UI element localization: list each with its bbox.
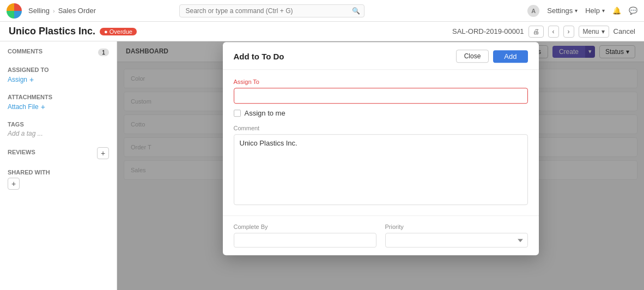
- complete-by-label: Complete By: [234, 223, 376, 230]
- help-button[interactable]: Help ▾: [585, 7, 605, 15]
- attachments-label: Attachments: [8, 94, 109, 100]
- modal-add-button[interactable]: Add: [493, 50, 527, 63]
- assign-me-row: Assign to me: [234, 109, 528, 117]
- shared-with-label: Shared With: [8, 169, 109, 176]
- assign-value: Assign +: [8, 75, 109, 84]
- complete-by-field: Complete By: [234, 223, 376, 247]
- sidebar-section-assigned-to: Assigned To Assign +: [8, 67, 109, 84]
- comments-row: Comments 1: [8, 48, 109, 57]
- priority-select-wrapper: Low Medium High: [385, 233, 528, 247]
- add-shared-button[interactable]: +: [8, 178, 20, 190]
- page-title: Unico Plastics Inc.: [9, 26, 95, 37]
- comments-label: Comments: [8, 48, 42, 55]
- add-todo-modal: Add to To Do Close Add Assign To Assign …: [223, 42, 539, 255]
- topnav: Selling › Sales Order 🔍 A Settings ▾ Hel…: [0, 0, 644, 22]
- search-icon: 🔍: [352, 7, 360, 15]
- subbar: Unico Plastics Inc. ● Overdue SAL-ORD-20…: [0, 22, 644, 41]
- assign-me-label: Assign to me: [245, 109, 285, 117]
- assigned-to-label: Assigned To: [8, 67, 109, 73]
- settings-caret-icon: ▾: [575, 8, 578, 14]
- notification-icon[interactable]: 🔔: [612, 7, 621, 15]
- search-bar: 🔍: [179, 4, 364, 17]
- comments-count: 1: [98, 49, 109, 56]
- modal-footer: Complete By Priority Low Medium High: [223, 215, 539, 255]
- shared-with-add: +: [8, 178, 109, 190]
- modal-header: Add to To Do Close Add: [223, 42, 539, 70]
- sidebar-section-comments: Comments 1: [8, 48, 109, 57]
- main-content: Comments 1 Assigned To Assign + Attachme…: [0, 41, 644, 290]
- menu-button[interactable]: Menu ▾: [579, 26, 609, 38]
- menu-caret-icon: ▾: [602, 28, 605, 35]
- priority-select[interactable]: Low Medium High: [385, 233, 528, 247]
- modal-title: Add to To Do: [234, 52, 284, 61]
- assign-me-checkbox[interactable]: [234, 110, 241, 117]
- avatar: A: [527, 5, 539, 17]
- reviews-label: Reviews: [8, 149, 35, 155]
- attach-file-value: Attach File +: [8, 102, 109, 111]
- add-review-button[interactable]: +: [97, 147, 109, 159]
- modal-body: Assign To Assign to me Comment: [223, 70, 539, 215]
- app-logo: [7, 3, 22, 19]
- doc-id: SAL-ORD-2019-00001: [452, 27, 524, 35]
- sidebar-section-tags: Tags Add a tag ...: [8, 121, 109, 137]
- breadcrumb-sales-order[interactable]: Sales Order: [58, 7, 96, 15]
- tags-label: Tags: [8, 121, 109, 128]
- breadcrumb: Selling › Sales Order: [28, 7, 96, 15]
- comment-textarea[interactable]: [234, 134, 528, 205]
- chat-icon[interactable]: 💬: [629, 7, 637, 15]
- modal-header-actions: Close Add: [456, 50, 528, 63]
- subbar-right: SAL-ORD-2019-00001 🖨 ‹ › Menu ▾ Cancel: [452, 26, 635, 38]
- sidebar-section-attachments: Attachments Attach File +: [8, 94, 109, 111]
- attach-plus-icon[interactable]: +: [41, 102, 45, 111]
- comment-label: Comment: [234, 125, 528, 131]
- sidebar: Comments 1 Assigned To Assign + Attachme…: [0, 41, 117, 290]
- breadcrumb-selling[interactable]: Selling: [28, 7, 50, 15]
- complete-by-input[interactable]: [234, 233, 376, 247]
- assign-plus-icon[interactable]: +: [29, 75, 34, 84]
- content-area: DASHBOARD Update Items Create ▾ Status ▾…: [117, 41, 644, 290]
- sidebar-section-shared-with: Shared With +: [8, 169, 109, 190]
- add-tag-value[interactable]: Add a tag ...: [8, 130, 109, 137]
- breadcrumb-chevron1: ›: [53, 8, 55, 14]
- prev-button[interactable]: ‹: [548, 26, 559, 38]
- search-input[interactable]: [179, 4, 364, 17]
- assign-to-label: Assign To: [234, 78, 528, 85]
- cancel-button[interactable]: Cancel: [613, 27, 635, 35]
- modal-close-button[interactable]: Close: [456, 50, 489, 63]
- priority-field: Priority Low Medium High: [385, 223, 528, 247]
- status-badge: ● Overdue: [100, 28, 137, 35]
- assign-to-input[interactable]: [234, 88, 528, 104]
- topnav-right: A Settings ▾ Help ▾ 🔔 💬: [527, 5, 637, 17]
- next-button[interactable]: ›: [563, 26, 574, 38]
- priority-label: Priority: [385, 223, 528, 230]
- settings-button[interactable]: Settings ▾: [547, 7, 578, 15]
- print-button[interactable]: 🖨: [528, 26, 544, 38]
- sidebar-section-reviews: Reviews +: [8, 147, 109, 159]
- help-caret-icon: ▾: [602, 8, 605, 14]
